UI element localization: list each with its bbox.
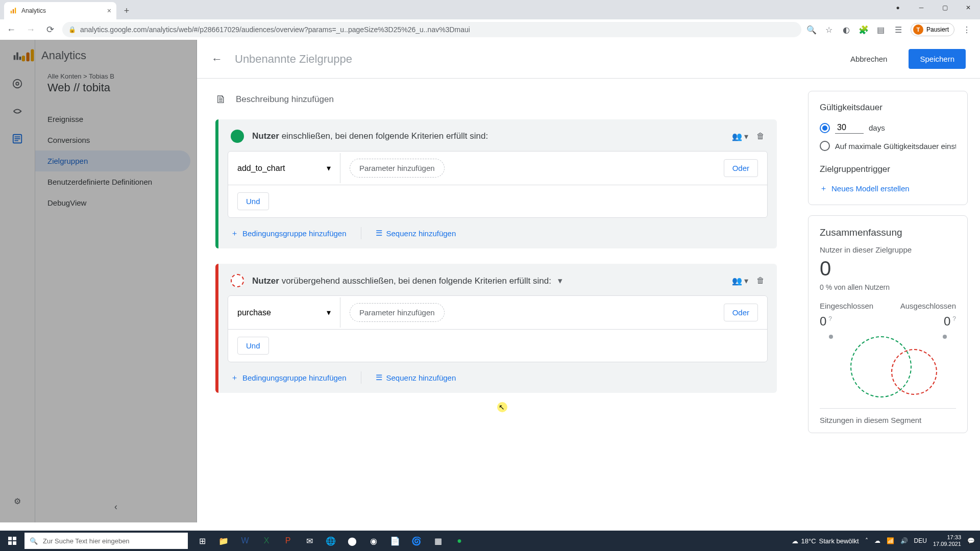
- users-percent: 0 % von allen Nutzern: [820, 283, 956, 291]
- help-icon[interactable]: ?: [952, 315, 956, 322]
- membership-card: Gültigkeitsdauer days Auf maximale Gülti…: [808, 91, 968, 205]
- membership-title: Gültigkeitsdauer: [820, 103, 956, 113]
- url-input[interactable]: 🔒 analytics.google.com/analytics/web/#/p…: [62, 22, 801, 37]
- notifications-icon[interactable]: 💬: [967, 537, 975, 544]
- app-icon-2[interactable]: ▦: [428, 531, 448, 551]
- bookmark-star-icon[interactable]: ☆: [824, 24, 834, 35]
- obs-icon[interactable]: ⬤: [342, 531, 362, 551]
- extension-icon-2[interactable]: ▤: [876, 24, 886, 35]
- audience-title-input[interactable]: Unbenannte Zielgruppe: [235, 53, 829, 66]
- and-button-exclude[interactable]: Und: [237, 337, 269, 355]
- profile-avatar: T: [913, 24, 923, 35]
- browser-tab[interactable]: Analytics ×: [4, 2, 116, 19]
- lock-icon: 🔒: [68, 26, 76, 33]
- or-button-include[interactable]: Oder: [724, 159, 758, 177]
- exclude-footer: ＋ Bedingungsgruppe hinzufügen ☰ Sequenz …: [218, 362, 777, 393]
- cloud-icon: ☁: [792, 537, 798, 545]
- profile-button[interactable]: T Pausiert: [911, 23, 954, 36]
- chevron-down-icon: ▾: [327, 163, 331, 173]
- app-icon[interactable]: ◉: [363, 531, 384, 551]
- chevron-down-icon[interactable]: ▾: [558, 276, 562, 286]
- trigger-title: Zielgruppentrigger: [820, 164, 956, 174]
- window-controls: ● ─ ▢ ✕: [886, 0, 980, 15]
- add-parameter-chip-exclude[interactable]: Parameter hinzufügen: [350, 303, 445, 322]
- include-group: Nutzer einschließen, bei denen folgende …: [215, 119, 777, 248]
- add-condition-group-include[interactable]: ＋ Bedingungsgruppe hinzufügen: [231, 229, 347, 238]
- plus-icon: ＋: [820, 184, 827, 193]
- extensions-puzzle-icon[interactable]: 🧩: [859, 24, 869, 35]
- or-button-exclude[interactable]: Oder: [724, 304, 758, 321]
- save-button[interactable]: Speichern: [909, 49, 966, 69]
- wifi-icon[interactable]: 📶: [887, 537, 894, 544]
- clock[interactable]: 17:33 17.09.2021: [933, 534, 961, 547]
- svg-rect-2: [15, 8, 16, 13]
- account-dot-icon[interactable]: ●: [886, 0, 910, 15]
- plus-icon: ＋: [231, 373, 238, 383]
- builder-main: 🗎 Beschreibung hinzufügen Nutzer einschl…: [197, 79, 795, 522]
- analytics-app: ⚙ Analytics Alle Konten > Tobias B Web /…: [0, 40, 980, 522]
- back-arrow-icon[interactable]: ←: [211, 53, 223, 66]
- document-icon: 🗎: [215, 93, 227, 106]
- zoom-icon[interactable]: 🔍: [806, 24, 817, 35]
- plus-icon: ＋: [231, 229, 238, 238]
- days-radio-row[interactable]: days: [820, 122, 956, 134]
- overlay-header: ← Unbenannte Zielgruppe Abbrechen Speich…: [197, 40, 980, 79]
- days-label: days: [869, 123, 885, 132]
- chrome-icon[interactable]: 🌐: [321, 531, 341, 551]
- back-button[interactable]: ←: [4, 22, 18, 37]
- include-condition-card: add_to_chart ▾ Parameter hinzufügen Oder…: [228, 151, 768, 218]
- delete-group-button[interactable]: 🗑: [756, 132, 765, 141]
- tab-bar: Analytics × + ● ─ ▢ ✕: [0, 0, 980, 19]
- task-view-icon[interactable]: ⊞: [192, 531, 212, 551]
- new-tab-button[interactable]: +: [119, 4, 134, 18]
- scope-dropdown-exclude[interactable]: 👥 ▾: [732, 276, 748, 286]
- notepad-icon[interactable]: 📄: [385, 531, 405, 551]
- days-input[interactable]: [835, 122, 864, 134]
- mail-icon[interactable]: ✉: [299, 531, 320, 551]
- menu-dots-icon[interactable]: ⋮: [962, 24, 972, 35]
- and-button-include[interactable]: Und: [237, 192, 269, 210]
- add-parameter-chip-include[interactable]: Parameter hinzufügen: [350, 159, 445, 178]
- minimize-button[interactable]: ─: [910, 0, 933, 15]
- event-dropdown-exclude[interactable]: purchase ▾: [228, 297, 340, 328]
- close-window-button[interactable]: ✕: [957, 0, 980, 15]
- add-condition-group-exclude[interactable]: ＋ Bedingungsgruppe hinzufügen: [231, 373, 347, 383]
- explorer-icon[interactable]: 📁: [213, 531, 234, 551]
- profile-status: Pausiert: [926, 26, 949, 33]
- radio-days[interactable]: [820, 123, 830, 133]
- extension-icon[interactable]: ◐: [841, 24, 851, 35]
- powerpoint-icon[interactable]: P: [278, 531, 298, 551]
- edge-icon[interactable]: 🌀: [406, 531, 427, 551]
- tray-chevron-icon[interactable]: ˄: [865, 537, 868, 544]
- word-icon[interactable]: W: [235, 531, 255, 551]
- delete-group-button-exclude[interactable]: 🗑: [756, 276, 765, 285]
- scope-dropdown[interactable]: 👥 ▾: [732, 132, 748, 141]
- description-placeholder: Beschreibung hinzufügen: [236, 94, 334, 105]
- cancel-button[interactable]: Abbrechen: [841, 49, 897, 68]
- event-dropdown-include[interactable]: add_to_chart ▾: [228, 153, 340, 183]
- maximize-button[interactable]: ▢: [933, 0, 957, 15]
- description-row[interactable]: 🗎 Beschreibung hinzufügen: [215, 93, 777, 106]
- reading-list-icon[interactable]: ☰: [893, 24, 903, 35]
- help-icon[interactable]: ?: [828, 315, 832, 322]
- reload-button[interactable]: ⟳: [43, 22, 57, 37]
- volume-icon[interactable]: 🔊: [900, 537, 908, 544]
- summary-title: Zusammenfassung: [820, 227, 956, 238]
- excel-icon[interactable]: X: [256, 531, 277, 551]
- close-tab-icon[interactable]: ×: [107, 7, 111, 15]
- tab-title: Analytics: [21, 7, 46, 14]
- weather-widget[interactable]: ☁ 18°C Stark bewölkt: [792, 537, 859, 545]
- language-indicator[interactable]: DEU: [914, 537, 927, 544]
- onedrive-icon[interactable]: ☁: [874, 537, 880, 544]
- new-trigger-link[interactable]: ＋ Neues Modell erstellen: [820, 184, 956, 193]
- add-sequence-include[interactable]: ☰ Sequenz hinzufügen: [376, 229, 456, 238]
- max-radio-row[interactable]: Auf maximale Gültigkeitsdauer einst: [820, 141, 956, 151]
- taskbar-search[interactable]: 🔍 Zur Suche Text hier eingeben: [24, 533, 188, 549]
- exclude-group: Nutzer vorübergehend ausschließen, bei d…: [215, 264, 777, 393]
- spotify-icon[interactable]: ●: [449, 531, 470, 551]
- add-sequence-exclude[interactable]: ☰ Sequenz hinzufügen: [376, 373, 456, 382]
- start-button[interactable]: [0, 531, 24, 551]
- forward-button[interactable]: →: [23, 22, 38, 37]
- backdrop[interactable]: [0, 40, 197, 522]
- radio-max[interactable]: [820, 141, 830, 151]
